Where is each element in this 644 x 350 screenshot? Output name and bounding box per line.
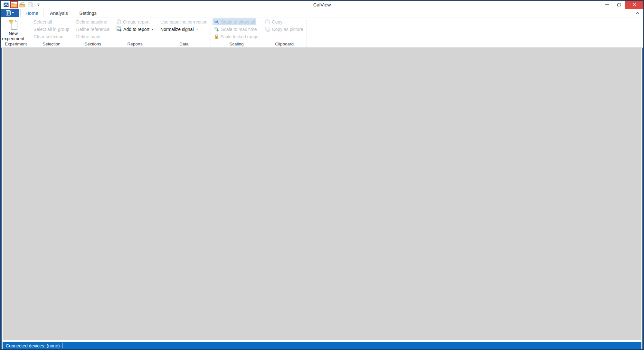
ribbon-group-scaling: Scale to show all Scale to max time Scal… [211, 17, 262, 47]
clear-selection-label: Clear selection [33, 34, 63, 39]
ribbon-group-data: Use baseline correction Normalize signal… [157, 17, 211, 47]
use-baseline-correction-button[interactable]: Use baseline correction [159, 18, 209, 25]
define-reference-label: Define reference [76, 27, 110, 32]
ribbon-group-clipboard: Copy Copy as picture Clipboard [262, 17, 306, 47]
ribbon-group-reports: Create report Add to report Reports [113, 17, 157, 47]
scale-to-show-all-label: Scale to show all [221, 19, 255, 24]
copy-icon [265, 19, 270, 24]
quick-access-toolbar [1, 1, 42, 9]
save-icon [28, 2, 33, 7]
copy-button[interactable]: Copy [264, 18, 284, 25]
add-to-report-label: Add to report [123, 27, 149, 32]
open-folder-icon [11, 2, 17, 7]
select-all-button[interactable]: Select all [32, 18, 53, 25]
define-reference-button[interactable]: Define reference [75, 26, 111, 33]
ribbon-group-sections: Define baseline Define reference Define … [73, 17, 113, 47]
window-frame-outer: Connected devices: (none) [1, 48, 643, 349]
app-logo-icon [3, 1, 9, 8]
create-report-label: Create report [123, 19, 149, 24]
group-label-scaling: Scaling [212, 41, 261, 47]
scale-to-max-time-button[interactable]: Scale to max time [213, 26, 258, 33]
tab-analysis[interactable]: Analysis [45, 9, 73, 17]
dropdown-caret-icon [152, 29, 154, 30]
open-file-button[interactable] [11, 1, 17, 8]
app-window: CalView [0, 0, 644, 350]
save-button[interactable] [27, 1, 33, 8]
select-all-in-group-label: Select all in group [33, 27, 69, 32]
status-separator [62, 343, 62, 348]
connected-devices-status: Connected devices: (none) [6, 343, 60, 348]
ribbon-group-experiment: New experiment Experiment [2, 17, 30, 47]
workspace-canvas [3, 48, 641, 340]
qat-customize-button[interactable] [35, 1, 42, 8]
use-baseline-correction-label: Use baseline correction [160, 19, 207, 24]
define-main-label: Define main [76, 34, 100, 39]
copy-as-picture-icon [265, 27, 270, 32]
copy-as-picture-button[interactable]: Copy as picture [264, 26, 305, 33]
ribbon-tab-row: Home Analysis Settings [1, 9, 643, 17]
chevron-down-icon [12, 12, 14, 14]
create-report-icon [116, 19, 121, 24]
qat-customize-caret-icon [37, 4, 40, 6]
group-label-clipboard: Clipboard [263, 41, 306, 47]
tab-home[interactable]: Home [20, 9, 43, 17]
group-label-selection: Selection [31, 41, 72, 47]
copy-as-picture-label: Copy as picture [272, 27, 303, 32]
scale-locked-range-label: Scale locked range [220, 34, 259, 39]
scale-to-max-time-icon [214, 27, 219, 32]
select-all-in-group-button[interactable]: Select all in group [32, 26, 71, 33]
define-baseline-label: Define baseline [76, 19, 108, 24]
minimize-button[interactable] [601, 1, 613, 9]
ribbon-group-selection: Select all Select all in group Clear sel… [30, 17, 72, 47]
close-button[interactable] [625, 1, 643, 9]
tab-settings[interactable]: Settings [74, 9, 101, 17]
minimize-icon [605, 4, 609, 5]
copy-label: Copy [272, 19, 282, 24]
restore-icon [617, 3, 621, 6]
group-label-reports: Reports [114, 41, 156, 47]
scale-to-max-time-label: Scale to max time [221, 27, 257, 32]
normalize-signal-button[interactable]: Normalize signal [159, 26, 199, 33]
lock-icon [214, 34, 219, 39]
close-icon [633, 3, 636, 6]
window-controls [601, 1, 643, 9]
dropdown-caret-icon [196, 29, 198, 30]
new-experiment-label: New experiment [2, 31, 24, 41]
add-to-report-button[interactable]: Add to report [115, 26, 155, 33]
scale-to-show-all-button[interactable]: Scale to show all [213, 18, 256, 25]
group-label-data: Data [158, 41, 210, 47]
create-report-button[interactable]: Create report [115, 18, 151, 25]
app-menu-button[interactable] [1, 9, 19, 17]
add-to-report-icon [116, 26, 122, 32]
window-frame-accent: Connected devices: (none) [1, 48, 643, 349]
collapse-ribbon-button[interactable] [634, 11, 640, 16]
new-document-icon [8, 19, 18, 30]
define-main-button[interactable]: Define main [75, 33, 102, 40]
scale-locked-range-button[interactable]: Scale locked range [213, 33, 260, 40]
new-experiment-button[interactable]: New experiment [3, 18, 24, 41]
window-frame-inner: Connected devices: (none) [2, 48, 642, 349]
open-recent-button[interactable] [19, 1, 25, 8]
group-separator [307, 19, 307, 47]
chevron-up-icon [635, 12, 639, 15]
open-folder-document-icon [19, 2, 25, 7]
normalize-signal-label: Normalize signal [160, 27, 194, 32]
group-label-experiment: Experiment [2, 41, 29, 47]
define-baseline-button[interactable]: Define baseline [75, 18, 109, 25]
status-bar: Connected devices: (none) [3, 342, 641, 349]
window-title: CalView [1, 1, 643, 9]
group-label-sections: Sections [74, 41, 112, 47]
ribbon: New experiment Experiment Select all Sel… [1, 17, 643, 48]
clear-selection-button[interactable]: Clear selection [32, 33, 65, 40]
restore-button[interactable] [613, 1, 625, 9]
title-bar: CalView [1, 1, 643, 9]
journal-icon [6, 10, 11, 15]
select-all-label: Select all [33, 19, 52, 24]
scale-to-show-all-icon [214, 19, 219, 24]
